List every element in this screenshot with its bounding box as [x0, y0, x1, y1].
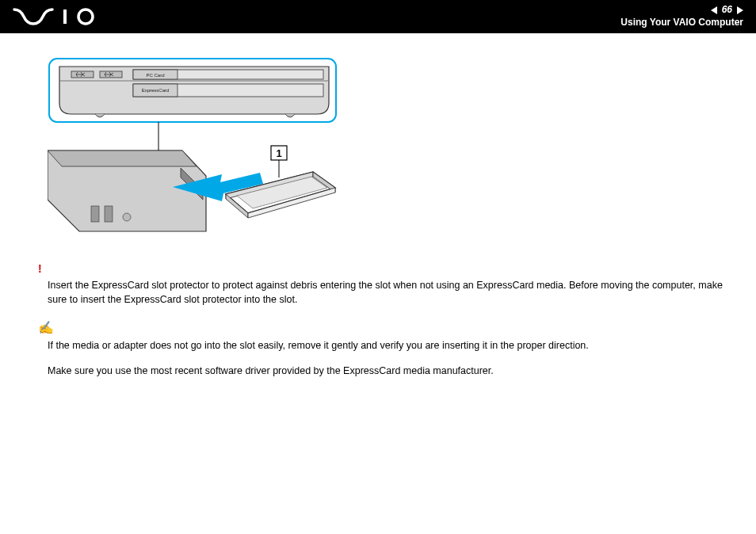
svg-point-1 — [78, 10, 93, 24]
pc-card-label: PC Card — [146, 73, 164, 78]
svg-marker-11 — [48, 151, 197, 166]
svg-rect-12 — [91, 206, 99, 222]
warning-icon: ! — [38, 261, 729, 277]
note-icon: ✍ — [38, 318, 729, 337]
expresscard-diagram: PC Card ExpressCard — [48, 57, 349, 251]
svg-rect-0 — [63, 10, 67, 24]
svg-point-14 — [123, 213, 131, 221]
page-header: 66 Using Your VAIO Computer — [0, 0, 756, 33]
expresscard-label: ExpressCard — [142, 88, 170, 93]
note-text-1: If the media or adapter does not go into… — [48, 338, 729, 353]
page-content: PC Card ExpressCard — [0, 33, 756, 405]
prev-page-icon[interactable] — [711, 6, 717, 14]
page-number: 66 — [722, 4, 732, 17]
next-page-icon[interactable] — [737, 6, 743, 14]
header-nav: 66 Using Your VAIO Computer — [620, 4, 743, 29]
warning-text: Insert the ExpressCard slot protector to… — [48, 278, 729, 307]
callout-1: 1 — [276, 147, 281, 159]
vaio-logo — [13, 8, 100, 25]
note-text-2: Make sure you use the most recent softwa… — [48, 364, 729, 378]
svg-rect-13 — [105, 206, 113, 222]
section-title: Using Your VAIO Computer — [620, 17, 743, 29]
